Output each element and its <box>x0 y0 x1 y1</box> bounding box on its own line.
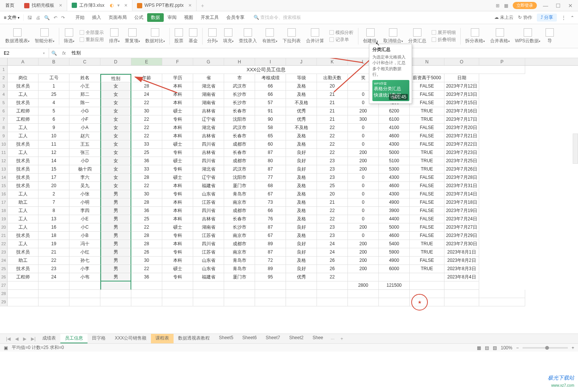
tool-label: WPS云数据▾ <box>515 38 540 44</box>
sheet-nav[interactable]: |◀ <box>4 336 13 341</box>
sheet-tab-田字格[interactable]: 田字格 <box>88 334 110 343</box>
tool-数据透视表[interactable]: 数据透视表▾ <box>3 28 32 44</box>
menu-开始[interactable]: 开始 <box>72 13 88 22</box>
sheet-tab-数据透视表教程[interactable]: 数据透视表教程 <box>174 334 214 343</box>
new-tab-button[interactable]: + <box>197 3 209 9</box>
close-button[interactable]: ✕ <box>567 3 574 9</box>
menu-数据[interactable]: 数据 <box>147 13 164 22</box>
tool-导[interactable]: 导 <box>543 28 556 44</box>
tool-拆分表格[interactable]: 拆分表格▾ <box>463 28 487 44</box>
share-button[interactable]: ⤴ 分享 <box>537 14 557 22</box>
search-fn-icon[interactable]: 🔍 <box>49 51 59 56</box>
tool-填充[interactable]: 填充▾ <box>221 28 236 44</box>
sheet-tab-Sheet2[interactable]: Sheet2 <box>284 334 308 343</box>
save-icon[interactable]: 🖫 <box>28 15 32 20</box>
name-box[interactable]: E2▾ <box>0 48 49 58</box>
tool-筛选[interactable]: 筛选▾ <box>61 28 77 44</box>
tab-label: 工作簿3.xlsx <box>79 2 105 9</box>
tool-查找录入[interactable]: 查找录入 <box>237 28 259 44</box>
sheet-tab-Sheet6[interactable]: Sheet6 <box>238 334 261 343</box>
tab-close-icon[interactable]: ✕ <box>188 3 192 8</box>
tool-数据对比[interactable]: 数据对比▾ <box>143 28 167 44</box>
zoom-out[interactable]: − <box>516 345 519 350</box>
tool-有效性[interactable]: 有效性▾ <box>260 28 280 44</box>
annotation-arrows <box>0 58 490 334</box>
sheet-nav[interactable]: ▶ <box>21 336 29 341</box>
tab-home[interactable]: 首页 <box>0 0 20 11</box>
tool-合并表格[interactable]: 合并表格▾ <box>488 28 512 44</box>
menu-会员专享[interactable]: 会员专享 <box>223 13 248 22</box>
tool-small-reapply[interactable]: 重新应用 <box>80 37 104 43</box>
document-tab-0[interactable]: 找稻壳模板✕ <box>20 0 67 11</box>
tool-small-expandDetail[interactable]: 展开明细 <box>432 29 456 36</box>
fx-label[interactable]: fx <box>59 51 69 56</box>
sheet-tab-Sheet7[interactable]: Sheet7 <box>261 334 284 343</box>
tool-small-showAll[interactable]: 全部显示 <box>80 29 104 36</box>
menu-页面布局[interactable]: 页面布局 <box>105 13 131 22</box>
document-tab-2[interactable]: WPS PPT教程.pptx✕ <box>132 0 197 11</box>
more-icon[interactable]: ⋮ <box>561 15 566 20</box>
cloud-status[interactable]: ☁ 未上云 <box>494 14 513 21</box>
login-button[interactable]: 立即登录 <box>513 2 537 9</box>
menu-公式[interactable]: 公式 <box>131 13 147 22</box>
tile-icon[interactable]: ⊞ <box>496 3 500 8</box>
sheet-tab-XXX公司销售额[interactable]: XXX公司销售额 <box>110 334 151 343</box>
tool-WPS云数据[interactable]: WPS云数据▾ <box>513 28 543 44</box>
title-bar: 首页 找稻壳模板✕工作簿3.xlsx◐▾✕WPS PPT教程.pptx✕ + ⊞… <box>0 0 578 11</box>
tool-small-collapseDetail[interactable]: 折叠明细 <box>432 37 456 43</box>
file-menu[interactable]: ≡文件▾ <box>4 14 24 21</box>
zoom-level[interactable]: 100% <box>501 345 512 350</box>
menu-插入[interactable]: 插入 <box>88 13 105 22</box>
tooltip-video[interactable]: WPS学堂 表格分类汇总 快速统计数据 ▶ ⏱ 01:45 <box>372 80 409 101</box>
formula-input[interactable]: 性别 <box>69 50 578 56</box>
redo-icon[interactable]: ↷ <box>61 15 65 20</box>
coop-button[interactable]: ↻ 协作 <box>518 14 532 21</box>
sheet-tab-员工信息[interactable]: 员工信息 <box>60 334 88 343</box>
tool-分列[interactable]: 分列▾ <box>205 28 220 44</box>
tool-重复项[interactable]: 重复项▾ <box>123 28 142 44</box>
zoom-slider[interactable] <box>523 347 568 349</box>
command-search[interactable]: 🔍 查找命令、搜索模板 <box>251 14 301 21</box>
tool-合并计算[interactable]: 合并计算 <box>304 28 326 44</box>
document-tab-1[interactable]: 工作簿3.xlsx◐▾✕ <box>67 0 132 11</box>
menu-bar: ≡文件▾ 🖫 🖨 🔍 ↶ ↷ 开始插入页面布局公式数据审阅视图开发工具会员专享 … <box>0 11 578 24</box>
menu-审阅[interactable]: 审阅 <box>164 13 180 22</box>
preview-icon[interactable]: 🔍 <box>44 15 50 20</box>
tool-下拉列表[interactable]: 下拉列表 <box>280 28 303 44</box>
tool-智能分析[interactable]: 智能分析▾ <box>32 28 57 44</box>
maximize-button[interactable]: ☐ <box>554 3 562 9</box>
sheet-tab-Sheet5[interactable]: Sheet5 <box>214 334 238 343</box>
tool-基金[interactable]: 基金 <box>186 28 200 44</box>
edit-mode-icon[interactable]: ▣ <box>4 345 8 350</box>
sheet-tab-课程表[interactable]: 课程表 <box>151 334 174 343</box>
side-panel-handle[interactable] <box>573 134 578 164</box>
spreadsheet-grid[interactable]: ABCDEFGHIJKLMNOP 1XXX公司员工信息2岗位工号姓名性别年龄学历… <box>0 58 578 334</box>
sheet-tab-Shee[interactable]: Shee <box>308 334 327 343</box>
tab-close-icon[interactable]: ✕ <box>59 3 62 8</box>
sheet-nav[interactable]: ▶| <box>29 336 38 341</box>
collapse-ribbon-icon[interactable]: ⌃ <box>570 15 574 20</box>
tool-分类汇总[interactable]: 分类汇总 <box>406 28 429 44</box>
tool-股票[interactable]: 股票 <box>172 28 186 44</box>
sheet-nav[interactable]: ◀ <box>13 336 21 341</box>
add-sheet-button[interactable]: + <box>338 336 346 341</box>
minimize-button[interactable]: — <box>541 3 550 9</box>
tool-small-record[interactable]: 记录单 <box>329 37 354 43</box>
tool-icon <box>389 28 397 37</box>
tool-排序[interactable]: 排序▾ <box>107 28 122 44</box>
view-page-icon[interactable]: ▧ <box>493 345 497 350</box>
tab-close-icon[interactable]: ✕ <box>124 3 128 8</box>
undo-icon[interactable]: ↶ <box>54 15 57 20</box>
zoom-in[interactable]: + <box>572 345 574 350</box>
menu-开发工具[interactable]: 开发工具 <box>197 13 223 22</box>
view-normal-icon[interactable]: ▦ <box>477 345 481 350</box>
view-layout-icon[interactable]: ▤ <box>485 345 489 350</box>
sheet-more[interactable]: ··· <box>327 336 337 341</box>
sheet-tab-成绩表[interactable]: 成绩表 <box>38 334 60 343</box>
menu-视图[interactable]: 视图 <box>180 13 197 22</box>
tool-small-simAnalysis[interactable]: 模拟分析 <box>329 29 354 36</box>
print-icon[interactable]: 🖨 <box>36 15 40 20</box>
grid-icon[interactable]: ▦ <box>504 3 508 8</box>
tool-icon <box>546 28 554 37</box>
tool-取消组合[interactable]: 取消组合▾ <box>381 28 405 44</box>
